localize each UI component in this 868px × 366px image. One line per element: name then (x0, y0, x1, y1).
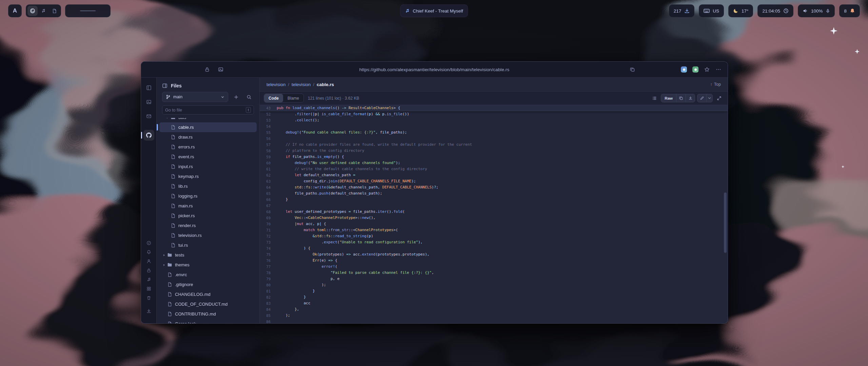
tree-item-file[interactable]: Cargo.lock (159, 319, 257, 323)
line-number[interactable]: 58 (260, 148, 277, 154)
notifications-widget[interactable]: 8 (839, 4, 860, 17)
line-number[interactable]: 86 (260, 319, 277, 323)
goto-file-input[interactable] (165, 108, 244, 113)
extension-green-icon[interactable] (691, 65, 700, 74)
line-number[interactable]: 54 (260, 123, 277, 129)
breadcrumb-dir-link[interactable]: television (292, 82, 311, 87)
chevron-right-icon[interactable] (162, 263, 167, 267)
tree-item-file[interactable]: CODE_OF_CONDUCT.md (159, 299, 257, 309)
music-small-icon[interactable] (144, 276, 153, 284)
lock-icon[interactable] (203, 65, 212, 74)
chevron-right-icon[interactable] (162, 253, 167, 257)
downloads-icon[interactable] (143, 306, 154, 317)
person-icon[interactable] (144, 257, 153, 265)
line-number[interactable]: 77 (260, 264, 277, 270)
raw-button[interactable]: Raw (661, 94, 676, 102)
copy-link-icon[interactable] (628, 65, 637, 74)
line-number[interactable]: 73 (260, 239, 277, 245)
line-number[interactable]: 43 (260, 105, 277, 111)
menu-dots-icon[interactable] (714, 65, 723, 74)
line-number[interactable]: 74 (260, 245, 277, 251)
line-number[interactable]: 81 (260, 288, 277, 294)
line-number[interactable]: 57 (260, 142, 277, 148)
line-number[interactable]: 72 (260, 233, 277, 239)
tree-item-file[interactable]: cable.rs (159, 122, 257, 132)
tree-item-file[interactable]: errors.rs (159, 142, 257, 152)
workspace-music-button[interactable] (38, 6, 48, 16)
collapse-sidebar-icon[interactable] (162, 83, 167, 88)
tree-item-file[interactable]: CHANGELOG.md (159, 289, 257, 299)
line-number[interactable]: 70 (260, 221, 277, 227)
bell-small-icon[interactable] (144, 248, 153, 256)
line-number[interactable]: 75 (260, 251, 277, 258)
scrollbar[interactable] (724, 106, 727, 322)
line-number[interactable]: 79 (260, 276, 277, 282)
line-number[interactable]: 55 (260, 129, 277, 136)
line-number[interactable]: 66 (260, 197, 277, 203)
edit-dropdown-caret[interactable] (706, 94, 712, 102)
line-number[interactable]: 84 (260, 306, 277, 312)
scrollbar-thumb[interactable] (724, 192, 727, 253)
line-number[interactable]: 65 (260, 190, 277, 197)
tree-item-file[interactable]: logging.rs (159, 191, 257, 201)
line-number[interactable]: 56 (260, 136, 277, 142)
code-tab[interactable]: Code (264, 94, 283, 102)
trash-icon[interactable] (144, 294, 153, 302)
tree-item-file[interactable]: television.rs (159, 230, 257, 240)
line-number[interactable]: 62 (260, 172, 277, 178)
tree-item-file[interactable]: render.rs (159, 221, 257, 230)
line-number[interactable]: 83 (260, 300, 277, 306)
gallery-icon[interactable] (143, 97, 154, 107)
line-number[interactable]: 80 (260, 282, 277, 288)
line-number[interactable]: 59 (260, 154, 277, 160)
tree-item-file[interactable]: .envrc (159, 270, 257, 280)
mail-icon[interactable] (143, 111, 154, 122)
updates-widget[interactable]: 217 (669, 4, 695, 17)
sidebar-toggle-icon[interactable] (143, 82, 154, 93)
tree-item-folder[interactable]: utils (159, 118, 257, 122)
expand-panel-icon[interactable] (715, 94, 724, 102)
tree-item-folder[interactable]: themes (159, 260, 257, 270)
tree-item-file[interactable]: CONTRIBUTING.md (159, 309, 257, 319)
line-number[interactable]: 60 (260, 160, 277, 166)
tree-item-file[interactable]: main.rs (159, 201, 257, 211)
search-files-button[interactable] (244, 92, 254, 102)
line-number[interactable]: 69 (260, 215, 277, 221)
tree-item-file[interactable]: lib.rs (159, 181, 257, 191)
tree-item-file[interactable]: .gitignore (159, 280, 257, 289)
line-number[interactable]: 67 (260, 203, 277, 209)
breadcrumb-repo-link[interactable]: television (267, 82, 285, 87)
launcher-button[interactable]: A (8, 4, 22, 17)
tree-item-folder[interactable]: tests (159, 250, 257, 260)
tree-item-file[interactable]: event.rs (159, 152, 257, 162)
url-bar[interactable]: https://github.com/alexpasmantier/televi… (359, 67, 510, 72)
grid-icon[interactable] (144, 285, 153, 293)
extension-blue-icon[interactable] (679, 65, 688, 74)
line-number[interactable]: 63 (260, 178, 277, 184)
blame-tab[interactable]: Blame (283, 94, 303, 102)
line-number[interactable]: 52 (260, 111, 277, 117)
line-number[interactable]: 53 (260, 117, 277, 123)
tree-item-file[interactable]: picker.rs (159, 211, 257, 221)
copy-raw-icon[interactable] (676, 94, 686, 102)
symbols-panel-icon[interactable] (650, 94, 659, 102)
workspace-files-button[interactable] (49, 6, 59, 16)
media-player-widget[interactable]: Chief Keef - Treat Myself (400, 4, 468, 17)
branch-selector[interactable]: main (162, 92, 228, 102)
keyboard-layout-widget[interactable]: US (699, 4, 724, 17)
line-number[interactable]: 78 (260, 270, 277, 276)
tree-item-file[interactable]: input.rs (159, 162, 257, 171)
compass-icon[interactable] (144, 239, 153, 247)
line-number[interactable]: 68 (260, 209, 277, 215)
tree-item-file[interactable]: keymap.rs (159, 171, 257, 181)
tree-item-file[interactable]: tui.rs (159, 240, 257, 250)
add-file-button[interactable] (231, 92, 241, 102)
back-to-top-link[interactable]: ↑ Top (710, 82, 721, 87)
line-number[interactable]: 85 (260, 312, 277, 319)
chevron-right-icon[interactable] (165, 118, 171, 120)
workspace-browser-button[interactable] (27, 6, 38, 16)
line-number[interactable]: 61 (260, 166, 277, 172)
github-tab[interactable] (143, 130, 154, 141)
line-number[interactable]: 76 (260, 258, 277, 264)
line-number[interactable]: 82 (260, 294, 277, 300)
